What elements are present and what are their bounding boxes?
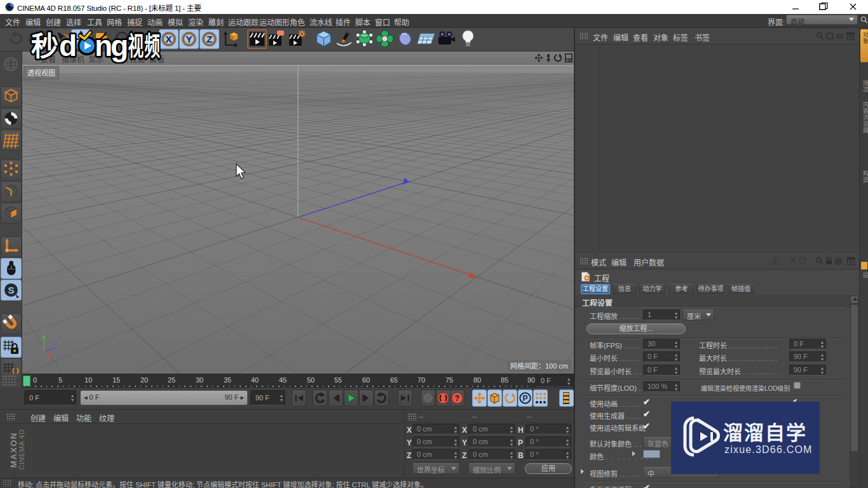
svg-text:Y: Y — [41, 327, 45, 333]
svg-text:Z: Z — [54, 341, 58, 347]
svg-text:X: X — [47, 353, 51, 360]
svg-text:P: P — [522, 394, 527, 403]
svg-text:视频: 视频 — [128, 31, 161, 60]
svg-text:ng: ng — [95, 29, 127, 62]
svg-text:Y: Y — [186, 34, 192, 44]
svg-text:?: ? — [455, 394, 459, 403]
svg-text:S: S — [8, 285, 14, 295]
svg-text:秒: 秒 — [31, 31, 58, 62]
svg-text:d: d — [59, 29, 77, 62]
svg-text:Z: Z — [207, 34, 212, 44]
